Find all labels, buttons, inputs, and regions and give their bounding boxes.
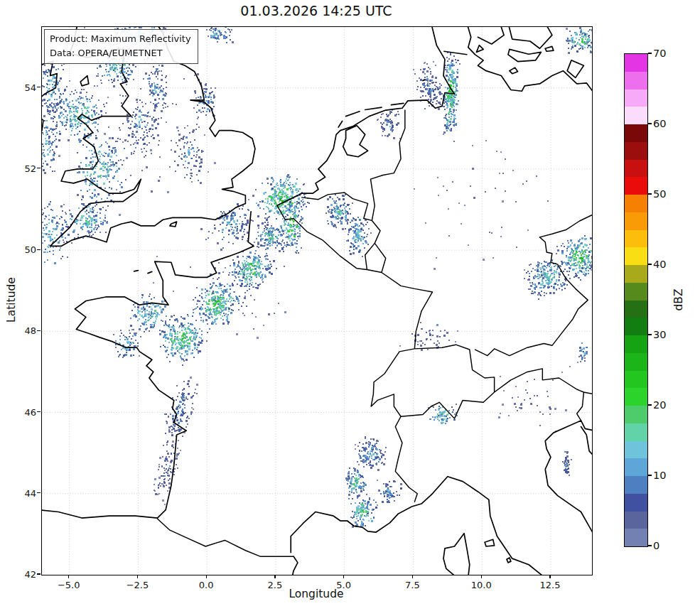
info-box: Product: Maximum Reflectivity Data: OPER… — [44, 29, 198, 64]
y-tick-label: 46 — [8, 406, 36, 417]
y-tick-label: 42 — [8, 569, 36, 580]
colorbar-segment — [625, 195, 647, 212]
x-tick — [343, 575, 344, 578]
colorbar-segment — [625, 141, 647, 159]
colorbar-tick — [648, 545, 652, 546]
colorbar-segment — [625, 476, 647, 494]
info-box-product-line: Product: Maximum Reflectivity — [50, 32, 191, 46]
colorbar-segment — [625, 300, 647, 318]
colorbar-tick — [648, 53, 652, 53]
colorbar-tick-label: 60 — [653, 118, 666, 129]
x-tick — [206, 575, 207, 578]
y-axis-label: Latitude — [5, 275, 18, 325]
y-tick-label: 52 — [8, 163, 36, 173]
x-tick — [481, 575, 482, 578]
y-tick — [37, 87, 41, 87]
y-tick — [37, 411, 41, 412]
colorbar-tick-label: 0 — [653, 540, 659, 551]
colorbar-segment — [625, 159, 647, 177]
info-box-data-line: Data: OPERA/EUMETNET — [50, 46, 191, 60]
y-tick — [37, 492, 41, 493]
x-tick — [68, 575, 69, 578]
y-tick-label: 44 — [8, 487, 36, 498]
colorbar-segment — [625, 406, 647, 423]
x-tick — [549, 575, 550, 578]
colorbar-tick — [648, 264, 652, 264]
colorbar-segment — [625, 212, 647, 229]
colorbar-segment — [625, 124, 647, 142]
radar-map-figure: 01.03.2026 14:25 UTC Product: Maximum Re… — [0, 0, 700, 611]
colorbar-tick-label: 40 — [653, 259, 666, 270]
x-tick — [274, 575, 275, 578]
colorbar-segment — [625, 493, 647, 511]
y-tick-label: 48 — [8, 325, 36, 336]
colorbar-segment — [625, 370, 647, 388]
colorbar-segment — [625, 89, 647, 107]
y-tick — [37, 573, 41, 574]
map-plot-area: Product: Maximum Reflectivity Data: OPER… — [41, 26, 593, 575]
colorbar-segment — [625, 352, 647, 370]
coastline-path — [42, 27, 592, 575]
colorbar-tick-label: 10 — [653, 470, 666, 481]
y-tick-label: 50 — [8, 244, 36, 255]
y-tick — [37, 249, 41, 250]
colorbar-segment — [625, 388, 647, 406]
colorbar-segment — [625, 423, 647, 440]
colorbar-segment — [625, 458, 647, 476]
colorbar-tick — [648, 334, 652, 335]
colorbar-segment — [625, 318, 647, 335]
colorbar-tick — [648, 475, 652, 475]
colorbar-tick-label: 30 — [653, 329, 666, 340]
colorbar-segment — [625, 71, 647, 89]
x-tick — [412, 575, 413, 578]
y-tick — [37, 168, 41, 168]
colorbar-tick-label: 50 — [653, 188, 666, 200]
country-borders-path — [158, 51, 592, 556]
colorbar-segment — [625, 54, 647, 72]
colorbar-segment — [625, 529, 647, 546]
colorbar-segment — [625, 511, 647, 529]
colorbar-segment — [625, 265, 647, 283]
colorbar-tick — [648, 193, 652, 194]
x-axis-label: Longitude — [41, 588, 591, 600]
colorbar-segment — [625, 107, 647, 124]
y-tick — [37, 330, 41, 331]
colorbar-segment — [625, 440, 647, 458]
colorbar-label: dBZ — [672, 284, 685, 315]
x-tick — [137, 575, 138, 578]
colorbar-segment — [625, 247, 647, 265]
colorbar — [624, 53, 648, 547]
page-title: 01.03.2026 14:25 UTC — [41, 3, 591, 18]
colorbar-segment — [625, 229, 647, 247]
colorbar-segment — [625, 177, 647, 195]
colorbar-segment — [625, 282, 647, 300]
y-tick-label: 54 — [8, 82, 36, 92]
colorbar-tick — [648, 123, 652, 124]
colorbar-tick — [648, 404, 652, 405]
colorbar-tick-label: 20 — [653, 399, 666, 411]
colorbar-tick-label: 70 — [653, 48, 666, 59]
colorbar-segment — [625, 335, 647, 353]
coastlines-layer — [42, 27, 592, 575]
